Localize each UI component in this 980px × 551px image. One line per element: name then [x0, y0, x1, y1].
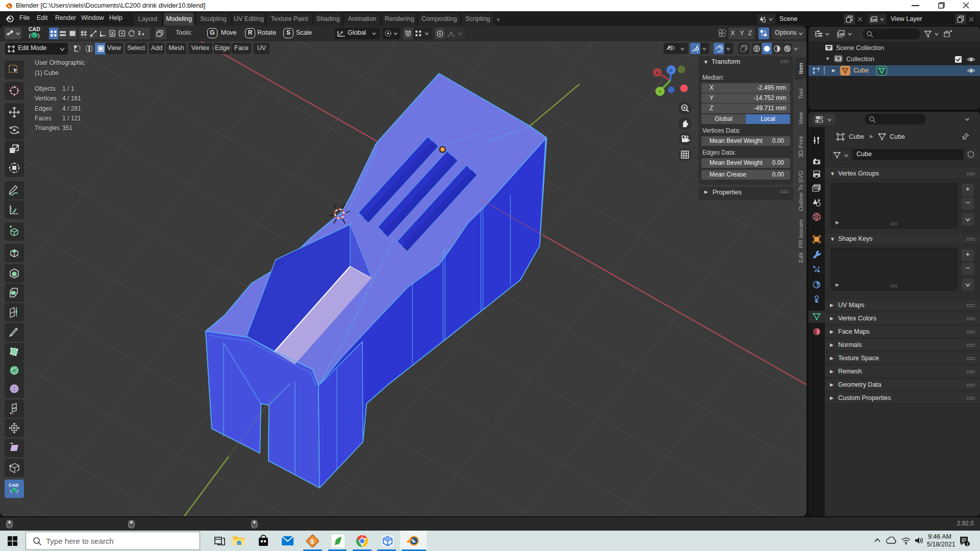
svg-text:CAD: CAD — [9, 483, 19, 488]
svg-text:$: $ — [310, 538, 314, 545]
svg-text:X: X — [656, 70, 659, 76]
svg-text:Z: Z — [670, 68, 673, 73]
svg-text:Y: Y — [658, 89, 662, 94]
svg-text:1: 1 — [966, 542, 969, 547]
